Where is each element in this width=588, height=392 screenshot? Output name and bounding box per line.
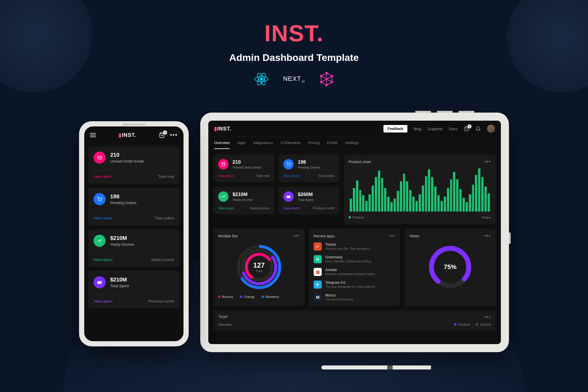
app-item[interactable]: GGrammarlyClear, effective, mistake-free… bbox=[314, 255, 395, 263]
view-report-link[interactable]: View report bbox=[93, 299, 113, 303]
menu-icon[interactable] bbox=[90, 133, 96, 137]
stat-right: Total mail bbox=[256, 174, 269, 178]
svg-point-7 bbox=[331, 75, 333, 77]
app-item[interactable]: MMonzoThe bank of the future bbox=[314, 293, 395, 301]
gauge-chart: 75% bbox=[426, 242, 475, 292]
stat-right: Total mail bbox=[158, 174, 174, 179]
stat-right: Previous month bbox=[313, 206, 335, 210]
tabs: Overview Apps Integrations Ui Elements P… bbox=[208, 137, 501, 149]
tablet-screen: ▮INST. Feedback Blog Supports Docs 0 Ove… bbox=[208, 121, 501, 344]
mail-icon bbox=[218, 159, 229, 169]
stat-right: Total orders bbox=[318, 174, 335, 178]
nav-blog[interactable]: Blog bbox=[414, 127, 421, 131]
stat-value: $260M bbox=[298, 192, 314, 197]
tablet-content: 210Unread Order Email View reportTotal m… bbox=[208, 149, 501, 344]
svg-point-4 bbox=[326, 72, 327, 74]
tab-profile[interactable]: Profile bbox=[327, 137, 338, 149]
stat-label: Yearly Income bbox=[110, 242, 134, 247]
notification-icon[interactable] bbox=[475, 126, 481, 131]
phone-stat-card: $210MYearly IncomeView reportYearly inco… bbox=[88, 229, 179, 267]
donut-value: 127 bbox=[253, 261, 265, 269]
more-icon[interactable]: ••• bbox=[170, 132, 178, 138]
stat-label: Total Spent bbox=[110, 284, 129, 288]
svg-point-22 bbox=[99, 201, 99, 201]
app-desc: Organize your life. Then go enjoy it. bbox=[325, 247, 371, 250]
stat-pending-orders: 198Pending Orders View reportTotal order… bbox=[279, 154, 339, 182]
app-name: Grammarly bbox=[325, 255, 372, 259]
phone-topbar: ▮INST. 0 ••• bbox=[84, 126, 183, 142]
phone-stat-card: 198Pending OrdersView reportTotal orders bbox=[88, 188, 179, 225]
nextjs-icon: NEXT.js bbox=[283, 75, 305, 83]
app-name: Monzo bbox=[325, 293, 353, 297]
brand-logo[interactable]: ▮INST. bbox=[214, 126, 231, 132]
cart-icon bbox=[93, 193, 106, 205]
target-sub: Operation bbox=[218, 323, 232, 326]
stat-value: 198 bbox=[298, 159, 320, 165]
stat-right: Total orders bbox=[155, 216, 174, 220]
target-title: Target bbox=[218, 315, 228, 320]
pencil bbox=[321, 365, 431, 369]
tablet-topbar: ▮INST. Feedback Blog Supports Docs 0 bbox=[208, 121, 501, 137]
product-chart-card: Product chart ••• Product View ▸ bbox=[344, 154, 496, 224]
tab-overview[interactable]: Overview bbox=[214, 137, 230, 149]
cart-icon[interactable]: 0 bbox=[464, 126, 469, 131]
tab-settings[interactable]: Settings bbox=[345, 137, 359, 149]
app-item[interactable]: ✈Telegram 4.0The best messenger for ever… bbox=[314, 281, 395, 289]
nav-docs[interactable]: Docs bbox=[449, 127, 458, 131]
more-icon[interactable]: ••• bbox=[389, 233, 396, 238]
nav-supports[interactable]: Supports bbox=[428, 127, 443, 131]
phone-content: 210Unread Order EmailView reportTotal ma… bbox=[84, 142, 183, 341]
view-report-link[interactable]: View report bbox=[218, 174, 234, 178]
stat-label: Unread Order Email bbox=[110, 159, 144, 163]
more-icon[interactable]: ••• bbox=[484, 233, 491, 238]
view-report-link[interactable]: View report bbox=[93, 216, 113, 220]
app-icon: ▦ bbox=[314, 268, 322, 276]
tab-apps[interactable]: Apps bbox=[237, 137, 246, 149]
view-report-link[interactable]: View report bbox=[283, 206, 299, 210]
more-icon[interactable]: ••• bbox=[293, 233, 300, 238]
app-list: ✓TodoistOrganize your life. Then go enjo… bbox=[314, 242, 395, 301]
app-desc: The best messenger for every platform bbox=[325, 285, 375, 288]
stat-label: Yearly Income bbox=[233, 198, 252, 201]
app-icon: G bbox=[314, 255, 322, 263]
product-chart bbox=[349, 168, 491, 212]
view-report-link[interactable]: View report bbox=[93, 257, 113, 262]
card-title: Product chart bbox=[349, 160, 371, 164]
gauge-value: 75% bbox=[444, 263, 456, 271]
stat-unread-email: 210Unread Order Email View reportTotal m… bbox=[214, 154, 274, 182]
tab-integrations[interactable]: Integrations bbox=[253, 137, 273, 149]
more-icon[interactable]: ••• bbox=[484, 159, 491, 164]
tab-ui-elements[interactable]: Ui Elements bbox=[280, 137, 301, 149]
cart-badge: 0 bbox=[467, 124, 471, 128]
card-title: Views bbox=[409, 234, 419, 238]
stat-total-spent: $260MTotal Spent View reportPrevious mon… bbox=[279, 187, 339, 214]
stat-label: Pending Orders bbox=[298, 166, 320, 169]
view-report-link[interactable]: View report bbox=[93, 174, 113, 179]
legend-product: Product bbox=[349, 216, 364, 219]
stat-label: Unread Order Email bbox=[233, 166, 261, 169]
target-card: Target ••• Operation Finished Undone bbox=[214, 311, 496, 330]
donut-label: Total bbox=[253, 269, 265, 273]
devices-mockup: ▮INST. Feedback Blog Supports Docs 0 Ove… bbox=[79, 113, 509, 361]
more-icon[interactable]: ••• bbox=[484, 315, 491, 320]
view-report-link[interactable]: View report bbox=[218, 206, 234, 210]
stat-right: Yearly income bbox=[151, 257, 174, 262]
feedback-button[interactable]: Feedback bbox=[383, 125, 407, 132]
multiple-bar-card: Multiple Bar ••• bbox=[214, 229, 304, 306]
app-item[interactable]: ▦AirtableRealtime spreadsheet-database h… bbox=[314, 268, 395, 276]
app-item[interactable]: ✓TodoistOrganize your life. Then go enjo… bbox=[314, 242, 395, 251]
avatar[interactable] bbox=[487, 125, 495, 133]
stat-value: 210 bbox=[110, 152, 144, 158]
tab-pricing[interactable]: Pricing bbox=[308, 137, 320, 149]
cart-icon[interactable]: 0 bbox=[159, 132, 165, 138]
brand-logo[interactable]: ▮INST. bbox=[119, 132, 136, 138]
view-report-link[interactable]: View report bbox=[283, 174, 299, 178]
stat-value: $210M bbox=[110, 277, 129, 283]
recent-apps-card: Recent apps ••• ✓TodoistOrganize your li… bbox=[309, 229, 400, 306]
svg-rect-24 bbox=[98, 281, 102, 284]
app-icon: ✈ bbox=[314, 281, 322, 289]
stat-value: 210 bbox=[233, 159, 261, 165]
legend-view[interactable]: View ▸ bbox=[482, 216, 491, 219]
app-name: Airtable bbox=[325, 268, 375, 272]
mail-icon bbox=[93, 152, 106, 164]
